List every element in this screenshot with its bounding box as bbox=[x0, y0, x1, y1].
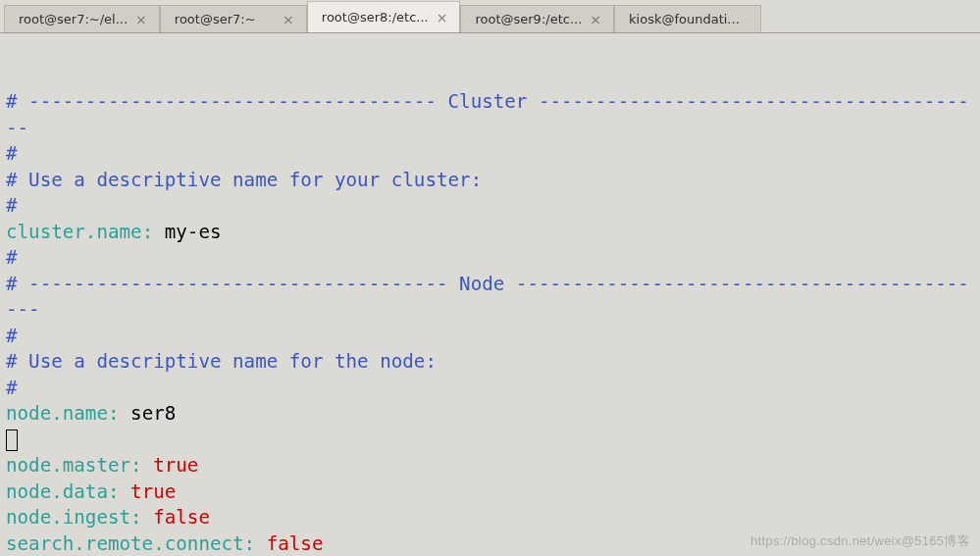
config-line: # bbox=[6, 324, 974, 350]
config-value: false bbox=[153, 506, 210, 529]
terminal-tab[interactable]: root@ser7:~/el...× bbox=[4, 5, 160, 32]
section-dash-left: ------------------------------------- bbox=[28, 273, 447, 295]
comment-text: # bbox=[6, 194, 18, 217]
config-line: # bbox=[6, 245, 974, 272]
tab-bar: root@ser7:~/el...×root@ser7:~×root@ser8:… bbox=[0, 0, 980, 33]
tab-label: root@ser8:/etc... bbox=[322, 10, 429, 25]
config-line: cluster.name: my-es bbox=[6, 220, 974, 246]
config-separator: : bbox=[244, 532, 267, 555]
tab-label: root@ser7:~/el... bbox=[19, 12, 128, 26]
config-value: true bbox=[130, 480, 176, 503]
section-prefix: # bbox=[6, 273, 28, 295]
terminal-content: # ------------------------------------ C… bbox=[6, 89, 974, 556]
close-icon[interactable]: × bbox=[435, 11, 450, 25]
close-icon[interactable]: × bbox=[281, 13, 296, 26]
comment-text: # Use a descriptive name for the node: bbox=[6, 350, 437, 373]
config-separator: : bbox=[130, 506, 153, 529]
config-line: # Use a descriptive name for your cluste… bbox=[6, 168, 974, 194]
config-key: node.data bbox=[6, 480, 108, 503]
comment-text: # bbox=[6, 246, 18, 269]
config-separator: : bbox=[108, 480, 130, 503]
terminal-tab[interactable]: root@ser7:~× bbox=[160, 5, 307, 32]
config-line: node.master: true bbox=[6, 453, 974, 480]
config-value: true bbox=[153, 454, 198, 477]
config-value: my-es bbox=[165, 221, 222, 243]
config-line: # bbox=[6, 376, 974, 402]
config-line: # Use a descriptive name for the node: bbox=[6, 349, 974, 376]
config-key: cluster.name bbox=[6, 221, 142, 243]
section-title: Cluster bbox=[437, 90, 539, 113]
config-line: search.remote.connect: false bbox=[6, 531, 974, 557]
tab-label: kiosk@foundati... bbox=[629, 12, 750, 26]
terminal-pane[interactable]: # ------------------------------------ C… bbox=[0, 33, 980, 556]
comment-text: # bbox=[6, 377, 18, 399]
section-title: Node bbox=[448, 273, 516, 295]
config-line: node.name: ser8 bbox=[6, 401, 974, 428]
terminal-tab[interactable]: kiosk@foundati... bbox=[614, 5, 761, 32]
config-key: node.name bbox=[6, 402, 108, 425]
terminal-tab[interactable]: root@ser9:/etc...× bbox=[460, 5, 614, 32]
comment-text: # bbox=[6, 325, 18, 347]
config-separator: : bbox=[142, 221, 165, 243]
close-icon[interactable]: × bbox=[133, 13, 149, 26]
config-line: # bbox=[6, 141, 974, 168]
close-icon[interactable]: × bbox=[588, 13, 603, 26]
comment-text: # Use a descriptive name for your cluste… bbox=[6, 169, 482, 191]
section-dash-left: ------------------------------------ bbox=[28, 90, 437, 113]
config-line: node.data: true bbox=[6, 480, 974, 506]
config-line: node.ingest: false bbox=[6, 505, 974, 531]
tab-label: root@ser7:~ bbox=[175, 12, 275, 26]
section-prefix: # bbox=[6, 90, 28, 113]
config-line bbox=[6, 428, 974, 454]
terminal-cursor bbox=[6, 430, 18, 451]
config-line: # ------------------------------------- … bbox=[6, 272, 974, 324]
config-key: node.ingest bbox=[6, 506, 130, 529]
config-separator: : bbox=[130, 454, 153, 477]
config-value: ser8 bbox=[130, 402, 176, 425]
config-key: search.remote.connect bbox=[6, 532, 244, 555]
tab-label: root@ser9:/etc... bbox=[475, 12, 582, 26]
comment-text: # bbox=[6, 142, 18, 165]
config-key: node.master bbox=[6, 454, 130, 477]
config-line: # bbox=[6, 193, 974, 220]
terminal-tab[interactable]: root@ser8:/etc...× bbox=[307, 1, 461, 32]
config-value: false bbox=[267, 532, 324, 555]
config-separator: : bbox=[108, 402, 130, 425]
config-line: # ------------------------------------ C… bbox=[6, 89, 974, 141]
